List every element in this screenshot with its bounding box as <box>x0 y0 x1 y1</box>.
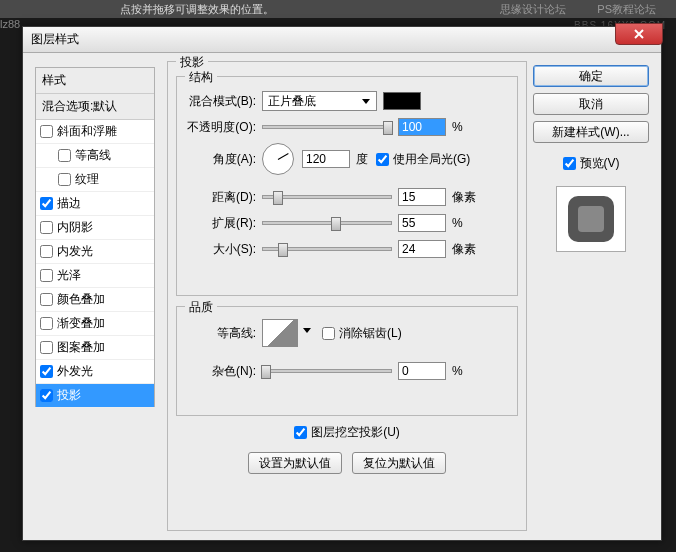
style-item[interactable]: 等高线 <box>36 144 154 168</box>
pixel-unit: 像素 <box>452 189 476 206</box>
contour-picker[interactable] <box>262 319 298 347</box>
style-checkbox[interactable] <box>40 221 53 234</box>
opacity-slider[interactable] <box>262 125 392 129</box>
structure-group: 结构 混合模式(B): 正片叠底 不透明度(O): 100 % 角度(A): <box>176 76 518 296</box>
angle-unit: 度 <box>356 151 368 168</box>
style-checkbox[interactable] <box>40 269 53 282</box>
style-item[interactable]: 斜面和浮雕 <box>36 120 154 144</box>
style-item-label: 图案叠加 <box>57 339 105 356</box>
size-input[interactable]: 24 <box>398 240 446 258</box>
lz-text: lz88 <box>0 18 20 30</box>
percent-unit: % <box>452 120 463 134</box>
spread-label: 扩展(R): <box>177 215 262 232</box>
quality-group: 品质 等高线: 消除锯齿(L) 杂色(N): 0 % <box>176 306 518 416</box>
size-label: 大小(S): <box>177 241 262 258</box>
blend-options-header[interactable]: 混合选项:默认 <box>36 94 154 120</box>
blend-mode-dropdown[interactable]: 正片叠底 <box>262 91 377 111</box>
style-checkbox[interactable] <box>40 125 53 138</box>
angle-label: 角度(A): <box>177 151 262 168</box>
style-item[interactable]: 光泽 <box>36 264 154 288</box>
contour-label: 等高线: <box>177 325 262 342</box>
style-checkbox[interactable] <box>40 197 53 210</box>
style-item[interactable]: 外发光 <box>36 360 154 384</box>
style-item[interactable]: 内发光 <box>36 240 154 264</box>
style-checkbox[interactable] <box>40 389 53 402</box>
preview-checkbox[interactable]: 预览(V) <box>533 155 649 172</box>
noise-label: 杂色(N): <box>177 363 262 380</box>
style-item[interactable]: 渐变叠加 <box>36 312 154 336</box>
spread-slider[interactable] <box>262 221 392 225</box>
angle-dial[interactable] <box>262 143 294 175</box>
distance-label: 距离(D): <box>177 189 262 206</box>
style-checkbox[interactable] <box>40 341 53 354</box>
preview-thumbnail <box>556 186 626 252</box>
style-item[interactable]: 投影 <box>36 384 154 408</box>
layer-style-dialog: 图层样式 样式 混合选项:默认 斜面和浮雕等高线纹理描边内阴影内发光光泽颜色叠加… <box>22 26 662 541</box>
pixel-unit2: 像素 <box>452 241 476 258</box>
style-item-label: 纹理 <box>75 171 99 188</box>
style-item[interactable]: 纹理 <box>36 168 154 192</box>
close-icon <box>633 28 645 40</box>
style-checkbox[interactable] <box>40 365 53 378</box>
global-light-checkbox[interactable]: 使用全局光(G) <box>376 151 470 168</box>
cancel-button[interactable]: 取消 <box>533 93 649 115</box>
style-checkbox[interactable] <box>58 149 71 162</box>
style-item[interactable]: 图案叠加 <box>36 336 154 360</box>
percent-unit3: % <box>452 364 463 378</box>
antialias-checkbox[interactable]: 消除锯齿(L) <box>322 325 402 342</box>
opacity-label: 不透明度(O): <box>177 119 262 136</box>
spread-input[interactable]: 55 <box>398 214 446 232</box>
style-item-label: 等高线 <box>75 147 111 164</box>
dialog-body: 样式 混合选项:默认 斜面和浮雕等高线纹理描边内阴影内发光光泽颜色叠加渐变叠加图… <box>23 53 661 540</box>
quality-title: 品质 <box>185 299 217 316</box>
reset-default-button[interactable]: 复位为默认值 <box>352 452 446 474</box>
preview-shape-icon <box>568 196 614 242</box>
style-item-label: 斜面和浮雕 <box>57 123 117 140</box>
style-checkbox[interactable] <box>58 173 71 186</box>
styles-header[interactable]: 样式 <box>36 68 154 94</box>
size-slider[interactable] <box>262 247 392 251</box>
set-default-button[interactable]: 设置为默认值 <box>248 452 342 474</box>
noise-slider[interactable] <box>262 369 392 373</box>
dialog-title: 图层样式 <box>31 31 79 48</box>
new-style-button[interactable]: 新建样式(W)... <box>533 121 649 143</box>
style-item[interactable]: 颜色叠加 <box>36 288 154 312</box>
blend-mode-value: 正片叠底 <box>268 93 316 110</box>
projection-group: 投影 结构 混合模式(B): 正片叠底 不透明度(O): 100 % <box>167 61 527 531</box>
angle-input[interactable]: 120 <box>302 150 350 168</box>
background-bar: 点按并拖移可调整效果的位置。 思缘设计论坛 PS教程论坛 <box>0 0 676 18</box>
side-buttons: 确定 取消 新建样式(W)... 预览(V) <box>533 65 649 252</box>
bg-forum-text: 思缘设计论坛 <box>500 2 566 17</box>
style-item-label: 外发光 <box>57 363 93 380</box>
shadow-color-swatch[interactable] <box>383 92 421 110</box>
distance-input[interactable]: 15 <box>398 188 446 206</box>
percent-unit2: % <box>452 216 463 230</box>
style-item-label: 内阴影 <box>57 219 93 236</box>
style-item-label: 内发光 <box>57 243 93 260</box>
knockout-checkbox[interactable]: 图层挖空投影(U) <box>294 424 400 441</box>
bg-hint-text: 点按并拖移可调整效果的位置。 <box>120 2 274 17</box>
style-item[interactable]: 描边 <box>36 192 154 216</box>
style-item-label: 光泽 <box>57 267 81 284</box>
ok-button[interactable]: 确定 <box>533 65 649 87</box>
blend-mode-label: 混合模式(B): <box>177 93 262 110</box>
styles-panel: 样式 混合选项:默认 斜面和浮雕等高线纹理描边内阴影内发光光泽颜色叠加渐变叠加图… <box>35 67 155 407</box>
noise-input[interactable]: 0 <box>398 362 446 380</box>
distance-slider[interactable] <box>262 195 392 199</box>
style-checkbox[interactable] <box>40 293 53 306</box>
close-button[interactable] <box>615 23 663 45</box>
style-item-label: 颜色叠加 <box>57 291 105 308</box>
style-checkbox[interactable] <box>40 245 53 258</box>
structure-title: 结构 <box>185 69 217 86</box>
style-item-label: 描边 <box>57 195 81 212</box>
bg-forum-text2: PS教程论坛 <box>597 2 656 17</box>
style-item-label: 投影 <box>57 387 81 404</box>
style-item[interactable]: 内阴影 <box>36 216 154 240</box>
style-checkbox[interactable] <box>40 317 53 330</box>
style-item-label: 渐变叠加 <box>57 315 105 332</box>
titlebar[interactable]: 图层样式 <box>23 27 661 53</box>
opacity-input[interactable]: 100 <box>398 118 446 136</box>
